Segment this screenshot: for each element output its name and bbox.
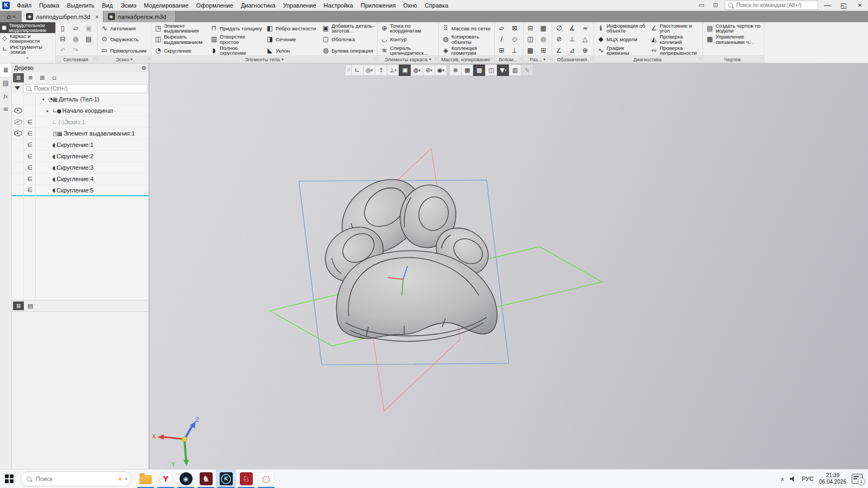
tree-area-select-button[interactable]: ▫: [49, 73, 60, 82]
raz-tool-button-4[interactable]: ▦: [538, 23, 551, 34]
clock[interactable]: 21:39 06.04.2026: [819, 472, 846, 485]
tab-close-icon[interactable]: ×: [93, 14, 98, 20]
panel-tree-button[interactable]: ≣: [0, 63, 11, 76]
undo-button[interactable]: ↶: [57, 45, 70, 56]
group-handle[interactable]: ∷: [491, 56, 494, 61]
hidden-icons-chevron[interactable]: ∧: [781, 476, 784, 482]
viewport-3d[interactable]: X Z Y ⠿ ∟ ◎ ▾ ⇧: [149, 63, 868, 469]
local-cs-button[interactable]: ⊠: [509, 23, 522, 34]
print-preview-button[interactable]: ◎: [70, 34, 83, 46]
boolean-button[interactable]: ◍Булева операция: [320, 45, 376, 56]
fillet-button[interactable]: ◔Скругление: [152, 45, 208, 56]
panel-tab-tree[interactable]: ≣: [13, 301, 24, 310]
raz-tool-button-3[interactable]: ▩: [525, 45, 538, 56]
mode-sketch-tools[interactable]: ∟ Инструменты эскиза: [0, 44, 55, 55]
tree-search[interactable]: [23, 84, 148, 93]
group-handle[interactable]: ∷: [590, 56, 593, 61]
tree-item-extrude-1[interactable]: ∈ ◳▦ Элемент выдавливания:1: [12, 128, 149, 139]
geometry-collection-button[interactable]: ◈Коллекция геометрии: [440, 45, 493, 56]
snapshot-button[interactable]: ◉ ▾: [435, 65, 447, 76]
tree-search-input[interactable]: [33, 85, 145, 92]
panel-parameters-button[interactable]: ▤: [0, 76, 11, 89]
panel-tab-composition[interactable]: ▤: [25, 301, 36, 310]
orientation-button[interactable]: ⇧: [375, 65, 387, 76]
taskbar-opera[interactable]: ◯: [256, 470, 276, 488]
restore-button[interactable]: ◱: [837, 1, 851, 10]
datum-plane-button[interactable]: ▱: [496, 23, 509, 34]
mode-solid-modeling[interactable]: ◼ Твердотельное моделирование: [0, 22, 55, 33]
tree-item-detail[interactable]: ▾ ◔▦ Деталь (Тел-1): [12, 94, 149, 105]
copy-objects-button[interactable]: ◍Копировать объекты: [440, 34, 493, 46]
new-document-button[interactable]: ▯: [57, 23, 70, 34]
menu-item[interactable]: Справка: [421, 1, 452, 10]
clipping-button[interactable]: ▦: [461, 65, 474, 76]
object-info-button[interactable]: ℹИнформация об объекте: [595, 23, 648, 34]
redo-button[interactable]: ↷: [70, 45, 83, 56]
cut-extrude-button[interactable]: ◫Вырезать выдавливанием: [152, 34, 208, 46]
designation-tool-button-6[interactable]: ⊿: [566, 45, 579, 56]
full-fillet-button[interactable]: ◗Полное скругление: [208, 45, 264, 56]
menu-item[interactable]: Вид: [98, 1, 117, 10]
menu-item[interactable]: Моделирование: [140, 1, 192, 10]
group-handle[interactable]: ∷: [148, 56, 150, 61]
group-caret[interactable]: ▾: [131, 57, 133, 62]
menu-item[interactable]: Правка: [35, 1, 63, 10]
menu-item[interactable]: Диагностика: [237, 1, 279, 10]
simple-hole-button[interactable]: ▥Отверстие простое: [208, 34, 264, 46]
command-search-input[interactable]: [735, 2, 815, 9]
tree-relations-button[interactable]: ⊞: [37, 73, 48, 82]
shell-button[interactable]: ▢Оболочка: [320, 34, 376, 46]
taskbar-horse-app[interactable]: ♞: [196, 470, 216, 488]
taskbar-search[interactable]: ✦ ✦: [21, 471, 131, 486]
model-structure-button[interactable]: ▥: [509, 65, 521, 76]
screen-mode-icon[interactable]: ⊡: [710, 2, 722, 9]
hide-objects-button[interactable]: ⊘ ▾: [423, 65, 435, 76]
save-as-button[interactable]: ▤: [83, 34, 96, 46]
display-style-button[interactable]: ◍ ▾: [411, 65, 423, 76]
autoline-button[interactable]: ∿Автолиния: [99, 23, 150, 34]
group-caret[interactable]: ▾: [544, 57, 546, 62]
shaded-view-button[interactable]: ▣: [399, 65, 411, 76]
raz-tool-button-1[interactable]: ⊟: [525, 23, 538, 34]
interface-layout-icon[interactable]: ▭: [695, 2, 707, 9]
menu-item[interactable]: Управление: [279, 1, 320, 10]
expand-arrow-icon[interactable]: ▾: [42, 97, 48, 102]
control-point-button[interactable]: ◇: [509, 34, 522, 46]
taskbar-search-input[interactable]: [35, 475, 114, 483]
grid-array-button[interactable]: ⠿Массив по сетке: [440, 23, 493, 34]
circle-button[interactable]: ⊙Окружность: [99, 34, 150, 46]
tree-item-fillet-1[interactable]: ∈ ◖ Скругление:1: [12, 139, 149, 151]
ribbon-collapse-chevron[interactable]: »: [0, 55, 55, 61]
print-button[interactable]: ⊟: [57, 34, 70, 46]
cylindrical-spiral-button[interactable]: ≋Спираль цилиндрическ...: [379, 45, 437, 56]
datum-point-button[interactable]: ⊞: [496, 45, 509, 56]
taskbar-steam[interactable]: ◉: [176, 470, 196, 488]
perpendicular-plane-button[interactable]: ⊥: [509, 45, 522, 56]
group-handle[interactable]: ∷: [699, 56, 702, 61]
tree-item-fillet-5[interactable]: ∈ ◖ Скругление:5: [12, 185, 149, 196]
group-handle[interactable]: ∷: [761, 56, 763, 61]
raz-tool-button-6[interactable]: ⊞: [538, 45, 551, 56]
group-handle[interactable]: ∷: [374, 56, 376, 61]
home-button[interactable]: ⌂ ▾: [0, 11, 22, 22]
taskbar-yandex-browser[interactable]: Y: [156, 470, 176, 488]
speaker-icon[interactable]: [790, 476, 796, 482]
raz-tool-button-5[interactable]: ◎: [538, 34, 551, 46]
rib-button[interactable]: ◧Ребро жесткости: [264, 23, 320, 34]
tab-lapkabrelok[interactable]: ◉ лапкабрелок.m3d: [104, 11, 176, 22]
designation-tool-button-5[interactable]: ⊥: [566, 34, 579, 46]
expand-arrow-icon[interactable]: ▸: [47, 108, 53, 113]
group-caret[interactable]: ▾: [282, 57, 284, 62]
group-handle[interactable]: ∷: [435, 56, 438, 61]
linked-documents-button[interactable]: ▦Управление связанными ч...: [704, 34, 763, 46]
designation-tool-button-2[interactable]: ⊘: [553, 34, 566, 46]
group-handle[interactable]: ∷: [520, 56, 522, 61]
draft-button[interactable]: ◣Уклон: [264, 45, 320, 56]
point-by-coordinates-button[interactable]: ⊕Точка по координатам: [379, 23, 437, 34]
taskbar-explorer[interactable]: [136, 470, 156, 488]
tab-lappodushbrel[interactable]: ◉ лапподушбрел.m3d ×: [22, 11, 104, 22]
tree-item-origin[interactable]: ▸ ∟● Начало координат: [12, 105, 149, 117]
create-drawing-button[interactable]: ▤Создать чертеж по модели: [704, 23, 763, 34]
distance-angle-button[interactable]: ∠Расстояние и угол: [648, 23, 701, 34]
tree-item-fillet-2[interactable]: ∈ ◖ Скругление:2: [12, 151, 149, 162]
